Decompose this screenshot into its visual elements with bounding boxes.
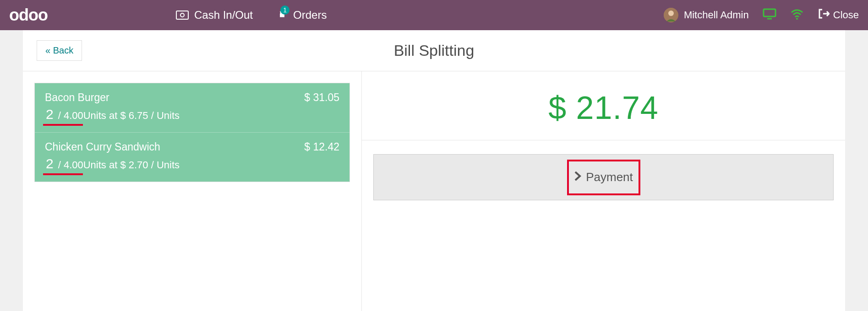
subheader: « Back Bill Splitting [23, 30, 845, 71]
close-button[interactable]: Close [818, 8, 859, 22]
cash-label: Cash In/Out [194, 9, 253, 21]
svg-point-2 [278, 12, 280, 14]
wifi-icon[interactable] [790, 9, 804, 21]
line-price: $ 12.42 [304, 141, 339, 153]
avatar [664, 8, 678, 22]
order-card: Bacon Burger $ 31.05 2 / 4.00Units at $ … [34, 83, 350, 182]
line-detail: / 4.00Units at $ 6.75 / Units [58, 110, 180, 122]
tag-icon: 1 [276, 9, 288, 21]
svg-rect-5 [764, 9, 775, 16]
payment-label: Payment [586, 170, 633, 184]
line-qty: 2 [45, 156, 55, 172]
payment-button[interactable]: Payment [373, 154, 834, 200]
line-qty-row: 2 / 4.00Units at $ 6.75 / Units [45, 107, 339, 122]
main-area: Bacon Burger $ 31.05 2 / 4.00Units at $ … [23, 71, 845, 311]
monitor-icon[interactable] [763, 8, 776, 22]
chevron-right-icon [574, 170, 581, 184]
svg-point-1 [180, 13, 184, 17]
order-panel: Bacon Burger $ 31.05 2 / 4.00Units at $ … [23, 71, 362, 311]
line-price: $ 31.05 [304, 91, 339, 104]
split-total: $ 21.74 [362, 71, 845, 140]
summary-panel: $ 21.74 Payment [362, 71, 845, 311]
line-detail: / 4.00Units at $ 2.70 / Units [58, 159, 180, 171]
close-label: Close [833, 9, 859, 21]
svg-point-7 [796, 18, 798, 20]
line-name: Chicken Curry Sandwich [45, 141, 339, 153]
order-line[interactable]: Bacon Burger $ 31.05 2 / 4.00Units at $ … [35, 83, 349, 132]
logo[interactable]: odoo [9, 5, 48, 25]
user-name: Mitchell Admin [684, 9, 749, 21]
logout-icon [818, 8, 830, 22]
annotation-underline [43, 173, 83, 175]
line-qty: 2 [45, 107, 55, 122]
nav-center: Cash In/Out 1 Orders [176, 9, 327, 21]
order-line[interactable]: Chicken Curry Sandwich $ 12.42 2 / 4.00U… [35, 132, 349, 182]
payment-button-wrap: Payment [373, 154, 834, 200]
cash-in-out-button[interactable]: Cash In/Out [176, 9, 253, 21]
cash-icon [176, 11, 189, 20]
page-title: Bill Splitting [394, 42, 475, 59]
back-button[interactable]: « Back [37, 40, 82, 61]
orders-label: Orders [293, 9, 327, 21]
orders-badge: 1 [280, 5, 289, 15]
svg-rect-0 [176, 11, 188, 19]
nav-right: Mitchell Admin Close [664, 8, 859, 22]
line-qty-row: 2 / 4.00Units at $ 2.70 / Units [45, 156, 339, 172]
line-name: Bacon Burger [45, 91, 339, 104]
top-navbar: odoo Cash In/Out 1 Orders Mitchell Admin [0, 0, 868, 30]
annotation-underline [43, 124, 83, 126]
svg-point-4 [668, 11, 674, 16]
orders-button[interactable]: 1 Orders [276, 9, 327, 21]
user-menu[interactable]: Mitchell Admin [664, 8, 749, 22]
